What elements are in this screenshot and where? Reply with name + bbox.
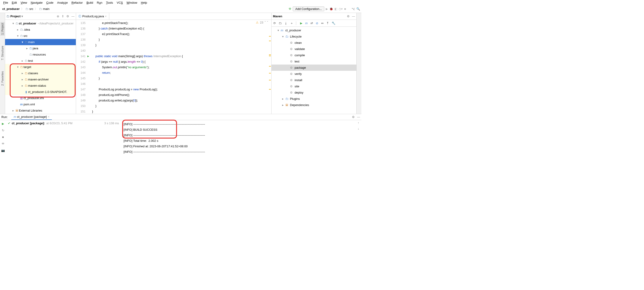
tree-maven-archiver[interactable]: ▸🗀maven-archiver — [5, 76, 76, 82]
side-tab-favorites[interactable]: 2: Favorites — [0, 70, 4, 87]
menu-build[interactable]: Build — [85, 1, 94, 4]
close-tab-icon[interactable]: × — [105, 14, 107, 18]
hide-icon[interactable]: — — [72, 14, 74, 18]
generate-sources-icon[interactable]: 🗀 — [279, 22, 282, 25]
tree-pom[interactable]: mpom.xml — [5, 101, 76, 108]
coverage-icon[interactable]: ◧ — [334, 7, 337, 10]
tree-resources[interactable]: 🗀resources — [5, 52, 76, 58]
menu-window[interactable]: Window — [125, 1, 138, 4]
maven-lifecycle[interactable]: ▾🗀Lifecycle — [272, 34, 356, 40]
gear-icon[interactable]: ⚙ — [347, 14, 350, 18]
maven-goal-install[interactable]: ⚙install — [272, 77, 356, 83]
maven-goal-validate[interactable]: ⚙validate — [272, 46, 356, 52]
reload-icon[interactable]: ⟳ — [273, 22, 276, 25]
add-configuration-button[interactable]: Add Configuration... — [293, 6, 324, 11]
download-icon[interactable]: ⭳ — [284, 22, 288, 25]
run-console[interactable]: [INFO] ---------------------------------… — [124, 120, 356, 162]
add-icon[interactable]: ＋ — [290, 21, 293, 25]
tree-src[interactable]: ▾🗀src — [5, 33, 76, 39]
run-settings-icon[interactable]: ⚙ — [352, 115, 355, 119]
search-icon[interactable]: 🔍 — [356, 7, 360, 10]
breadcrumb-src[interactable]: 🗀src — [24, 7, 34, 10]
collapse-all-icon[interactable]: ⤒ — [326, 22, 329, 25]
tree-classes[interactable]: ▸🗀classes — [5, 70, 76, 76]
debug-icon[interactable]: 🐞 — [330, 7, 333, 10]
run-hide-icon[interactable]: — — [357, 115, 360, 119]
tree-iml[interactable]: ▦ct_producer.iml — [5, 95, 76, 101]
hide-icon[interactable]: — — [352, 14, 355, 18]
maven-goal-clean[interactable]: ⚙clean — [272, 40, 356, 46]
menu-code[interactable]: Code — [45, 1, 55, 4]
tree-idea[interactable]: ▸🗀.idea — [5, 26, 76, 33]
menu-help[interactable]: Help — [140, 1, 148, 4]
side-tab-project[interactable]: 1: Project — [0, 22, 4, 36]
maven-goal-deploy[interactable]: ⚙deploy — [272, 90, 356, 96]
maven-dependencies[interactable]: ▸🏛Dependencies — [272, 102, 356, 108]
up-icon[interactable]: ↑ — [358, 121, 359, 124]
maven-plugins[interactable]: ▸🗀Plugins — [272, 96, 356, 102]
run-maven-icon[interactable]: ▶ — [300, 22, 302, 25]
maven-run-icon: m — [14, 115, 16, 118]
tree-main[interactable]: ▾🗀main — [5, 39, 76, 45]
side-tab-structure[interactable]: 7: Structure — [0, 45, 4, 61]
maven-goal-verify[interactable]: ⚙verify — [272, 71, 356, 77]
tree-maven-status[interactable]: ▸🗀maven-status — [5, 82, 76, 89]
tree-test[interactable]: ▸🗀test — [5, 58, 76, 64]
maven-goal-test[interactable]: ⚙test — [272, 58, 356, 64]
down-icon[interactable]: ↓ — [358, 127, 359, 130]
collapse-icon[interactable]: ⇕ — [62, 14, 64, 18]
close-run-tab-icon[interactable]: × — [48, 115, 50, 118]
menu-view[interactable]: View — [19, 1, 28, 4]
prev-highlight-icon[interactable]: ˆ — [264, 21, 266, 24]
error-stripe[interactable] — [268, 20, 271, 114]
menu-run[interactable]: Run — [96, 1, 104, 4]
warning-icon[interactable]: ⚠ — [256, 21, 258, 24]
menu-refactor[interactable]: Refactor — [70, 1, 84, 4]
tree-external-libraries[interactable]: ▸🏛External Libraries — [5, 108, 76, 114]
gear-icon[interactable]: ⚙ — [66, 14, 69, 18]
locate-icon[interactable]: ⊕ — [57, 14, 59, 18]
maven-goal-package[interactable]: ⚙package — [272, 64, 356, 71]
maven-goal-site[interactable]: ⚙site — [272, 83, 356, 90]
maven-tree[interactable]: ▾mct_producer ▾🗀Lifecycle ⚙clean ⚙valida… — [272, 27, 356, 114]
maven-goal-compile[interactable]: ⚙compile — [272, 52, 356, 58]
stop-run-icon[interactable]: ■ — [2, 135, 4, 139]
maven-settings-icon[interactable]: 🔧 — [332, 22, 335, 25]
show-deps-icon[interactable]: ⇔ — [321, 22, 324, 25]
stop-icon[interactable]: ■ — [344, 7, 346, 10]
toggle-offline-icon[interactable]: ⇄ — [310, 22, 313, 25]
run-test-tree[interactable]: ✔ ct_producer [package]: at 6/20/23, 5:4… — [6, 120, 124, 162]
profile-icon[interactable]: ◷▾ — [338, 7, 343, 10]
next-highlight-icon[interactable]: ˇ — [267, 21, 268, 24]
editor-tab[interactable]: Ⓒ ProductLog.java × — [76, 13, 109, 20]
breadcrumb-main[interactable]: 🗀main — [38, 7, 50, 10]
menu-edit[interactable]: Edit — [10, 1, 18, 4]
tree-java[interactable]: ▸🗀java — [5, 45, 76, 52]
menu-file[interactable]: File — [2, 1, 10, 4]
tree-target[interactable]: ▾🗀target — [5, 64, 76, 70]
toggle-skip-tests-icon[interactable]: ⊘ — [316, 22, 318, 25]
code-content[interactable]: e.printStackTrace(); } catch (Interrupte… — [89, 20, 268, 114]
git-icon[interactable]: ⌥ — [352, 7, 355, 10]
menu-navigate[interactable]: Navigate — [29, 1, 44, 4]
maven-project-root[interactable]: ▾mct_producer — [272, 27, 356, 34]
rerun-icon[interactable]: ▶ — [2, 122, 4, 126]
rerun-failed-icon[interactable]: ↻ — [2, 129, 4, 132]
breadcrumb-root[interactable]: ct_producer — [2, 7, 20, 10]
execute-goal-icon[interactable]: m — [305, 22, 308, 25]
run-icon[interactable]: ▶ — [326, 7, 328, 10]
menu-tools[interactable]: Tools — [105, 1, 114, 4]
menu-analyze[interactable]: Analyze — [56, 1, 69, 4]
pin-icon[interactable]: 📷 — [1, 149, 5, 152]
show-icon[interactable]: 👁 — [2, 142, 4, 146]
build-icon[interactable]: ⚒ — [288, 7, 291, 10]
run-tab[interactable]: m ct_producer [package] × — [11, 114, 52, 120]
run-status-time: at 6/20/23, 5:41 PM — [46, 122, 72, 125]
editor-gutter[interactable]: 135136137 138139140 141142143 144145146 … — [76, 20, 89, 114]
editor-tab-label: ProductLog.java — [82, 14, 104, 18]
tree-snapshot-jar[interactable]: ▮ct_producer-1.0-SNAPSHOT. — [5, 89, 76, 95]
chevron-down-icon[interactable]: ▾ — [22, 14, 23, 18]
project-tree[interactable]: ▾🗀ct_producer~/IdeaProjects/ct_producer … — [5, 20, 76, 114]
menu-vcs[interactable]: VCS — [115, 1, 124, 4]
tree-root[interactable]: ▾🗀ct_producer~/IdeaProjects/ct_producer — [5, 20, 76, 26]
